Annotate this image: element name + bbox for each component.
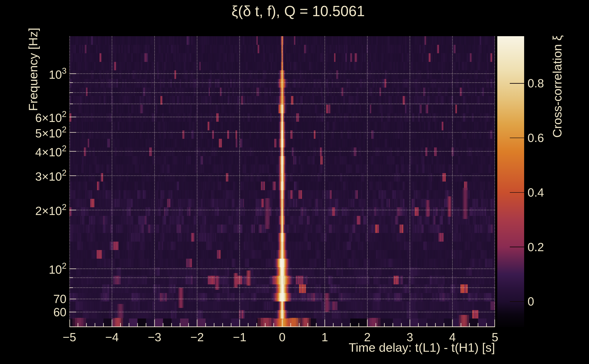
- x-tick-label: −1: [233, 330, 246, 344]
- y-tick-label: 103: [49, 66, 66, 81]
- x-tick-label: −2: [190, 330, 204, 344]
- x-tick-label: 5: [492, 330, 498, 344]
- colorbar-tick-mark: [510, 192, 524, 193]
- colorbar-tick-label: 0: [528, 295, 534, 308]
- colorbar-tick-label: 0.2: [528, 240, 544, 254]
- y-tick-label: 6×102: [35, 110, 66, 125]
- y-tick-label: 2×102: [35, 202, 66, 218]
- x-tick-label: 1: [321, 330, 328, 344]
- plot-title: ξ(δ t, f), Q = 10.5061: [231, 3, 365, 20]
- colorbar-tick-label: 0.4: [528, 186, 544, 199]
- qscan-figure: ξ(δ t, f), Q = 10.5061 Frequency [Hz] Ti…: [0, 0, 589, 364]
- y-tick-label: 70: [53, 292, 66, 306]
- colorbar-tick-label: 0.8: [528, 77, 544, 90]
- y-tick-label: 60: [53, 305, 66, 319]
- x-tick-label: −3: [148, 330, 161, 344]
- y-tick-label: 5×102: [35, 125, 66, 140]
- x-tick-label: 3: [407, 330, 413, 344]
- y-axis-title: Frequency [Hz]: [26, 28, 40, 111]
- y-tick-label: 4×102: [35, 144, 66, 159]
- x-tick-label: −5: [63, 330, 76, 344]
- x-tick-label: 4: [449, 330, 456, 344]
- colorbar-title: Cross-correlation ξ: [550, 35, 564, 138]
- x-tick-label: 2: [364, 330, 371, 344]
- colorbar-tick-mark: [510, 247, 524, 247]
- colorbar-tick-mark: [510, 83, 524, 84]
- colorbar-gradient: [497, 36, 524, 327]
- colorbar-tick-mark: [510, 138, 524, 138]
- y-tick-label: 102: [49, 261, 66, 276]
- x-tick-label: −4: [105, 330, 118, 344]
- colorbar-tick-mark: [510, 301, 524, 302]
- qscan-heatmap-canvas: [69, 36, 495, 327]
- x-tick-label: 0: [279, 330, 286, 344]
- colorbar-tick-label: 0.6: [528, 131, 544, 145]
- y-tick-label: 3×102: [35, 168, 66, 183]
